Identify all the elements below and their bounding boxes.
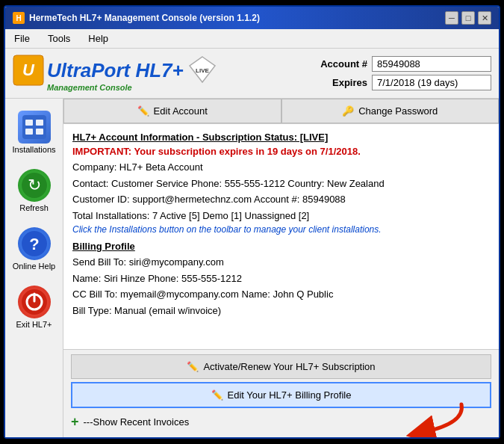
billing-title: Billing Profile	[72, 241, 490, 252]
customer-id-line: Customer ID: support@hermetechnz.com Acc…	[72, 192, 490, 207]
name-phone-line: Name: Siri Hinze Phone: 555-555-1212	[72, 271, 490, 286]
expires-label: Expires	[308, 77, 367, 88]
menu-tools[interactable]: Tools	[45, 31, 73, 46]
red-arrow-indicator	[402, 401, 469, 437]
window-title: HermeTech HL7+ Management Console (versi…	[29, 13, 260, 23]
menu-file[interactable]: File	[11, 31, 33, 46]
contact-line: Contact: Customer Service Phone: 555-555…	[72, 176, 490, 191]
billing-pencil-icon: ✏️	[211, 389, 223, 401]
sidebar-exit-label: Exit HL7+	[16, 320, 52, 329]
activate-pencil-icon: ✏️	[187, 361, 199, 372]
help-icon: ?	[18, 227, 51, 260]
title-bar-left: H HermeTech HL7+ Management Console (ver…	[13, 12, 260, 24]
title-bar: H HermeTech HL7+ Management Console (ver…	[5, 7, 499, 29]
refresh-svg: ↻	[20, 171, 49, 200]
content-area: ✏️ Edit Account 🔑 Change Password HL7+ A…	[63, 99, 499, 437]
bill-type-line: Bill Type: Manual (email w/invoice)	[72, 303, 490, 318]
sidebar-item-installations[interactable]: Installations	[5, 103, 63, 161]
installations-icon	[18, 111, 51, 144]
expires-input	[372, 75, 491, 90]
diamond-icon: LIVE	[188, 55, 217, 84]
expiry-warning: IMPORTANT: Your subscription expires in …	[72, 146, 490, 157]
expires-row: Expires	[308, 75, 491, 90]
show-invoices-label: ---Show Recent Invoices	[84, 416, 190, 428]
info-panel: HL7+ Account Information - Subscription …	[63, 124, 499, 350]
show-invoices-row[interactable]: + ---Show Recent Invoices	[71, 411, 491, 433]
title-bar-controls: ─ □ ✕	[445, 11, 491, 25]
account-number-input	[372, 56, 491, 72]
app-icon: H	[13, 12, 25, 24]
svg-text:↻: ↻	[28, 176, 41, 194]
logo-subtitle: Management Console	[47, 83, 132, 92]
exit-svg	[20, 288, 49, 316]
logo-text-area: UltraPort HL7+ LIVE	[47, 55, 217, 86]
plus-icon: +	[71, 414, 79, 430]
sidebar: Installations ↻ Refresh ?	[5, 99, 63, 437]
sidebar-refresh-label: Refresh	[19, 203, 49, 212]
svg-text:LIVE: LIVE	[196, 67, 209, 74]
key-icon: 🔑	[342, 105, 354, 117]
installations-svg	[21, 114, 48, 141]
header-area: U UltraPort HL7+ LIVE Ma	[5, 49, 499, 99]
sidebar-item-exit[interactable]: Exit HL7+	[5, 278, 63, 336]
logo-top: U UltraPort HL7+ LIVE	[13, 55, 217, 86]
send-bill-line: Send Bill To: siri@mycompany.com	[72, 255, 490, 270]
svg-rect-8	[36, 129, 43, 135]
logo-area: U UltraPort HL7+ LIVE Ma	[13, 55, 217, 92]
red-arrow-svg	[402, 401, 469, 437]
edit-account-label: Edit Account	[154, 105, 208, 117]
help-svg: ?	[20, 229, 49, 258]
refresh-icon: ↻	[18, 169, 51, 202]
sidebar-installations-label: Installations	[12, 145, 55, 154]
installations-line: Total Installations: 7 Active [5] Demo […	[72, 209, 490, 223]
edit-billing-label: Edit Your HL7+ Billing Profile	[228, 389, 352, 401]
toolbar-row: ✏️ Edit Account 🔑 Change Password	[63, 99, 499, 124]
minimize-button[interactable]: ─	[445, 11, 458, 25]
menu-bar: File Tools Help	[5, 29, 499, 49]
company-line: Company: HL7+ Beta Account	[72, 160, 490, 175]
edit-pencil-icon: ✏️	[137, 105, 149, 117]
account-info-title: HL7+ Account Information - Subscription …	[72, 132, 490, 143]
manage-hint: Click the Installations button on the to…	[72, 224, 490, 235]
svg-text:?: ?	[29, 235, 39, 253]
sidebar-item-refresh[interactable]: ↻ Refresh	[5, 161, 63, 220]
svg-rect-4	[22, 115, 46, 139]
logo-icon: U	[13, 55, 44, 86]
svg-text:U: U	[22, 61, 35, 79]
maximize-button[interactable]: □	[461, 11, 475, 25]
close-button[interactable]: ✕	[478, 11, 491, 25]
svg-rect-5	[25, 120, 33, 126]
change-password-label: Change Password	[358, 105, 438, 117]
logo-text: UltraPort HL7+	[47, 61, 184, 80]
bottom-buttons-area: ✏️ Activate/Renew Your HL7+ Subscription…	[63, 350, 499, 437]
activate-renew-label: Activate/Renew Your HL7+ Subscription	[203, 361, 375, 372]
edit-account-button[interactable]: ✏️ Edit Account	[63, 99, 281, 123]
account-info-area: Account # Expires	[308, 56, 491, 90]
menu-help[interactable]: Help	[85, 31, 111, 46]
main-window: H HermeTech HL7+ Management Console (ver…	[4, 5, 500, 439]
account-number-label: Account #	[308, 58, 367, 70]
activate-renew-button[interactable]: ✏️ Activate/Renew Your HL7+ Subscription	[71, 354, 491, 379]
live-diamond: LIVE	[188, 55, 217, 86]
svg-rect-7	[25, 129, 33, 135]
main-area: Installations ↻ Refresh ?	[5, 99, 499, 437]
cc-bill-line: CC Bill To: myemail@mycompany.com Name: …	[72, 287, 490, 302]
exit-icon	[18, 286, 51, 318]
account-number-row: Account #	[308, 56, 491, 72]
change-password-button[interactable]: 🔑 Change Password	[281, 99, 500, 123]
svg-rect-6	[36, 120, 43, 126]
sidebar-help-label: Online Help	[13, 262, 55, 271]
sidebar-item-online-help[interactable]: ? Online Help	[5, 220, 63, 278]
